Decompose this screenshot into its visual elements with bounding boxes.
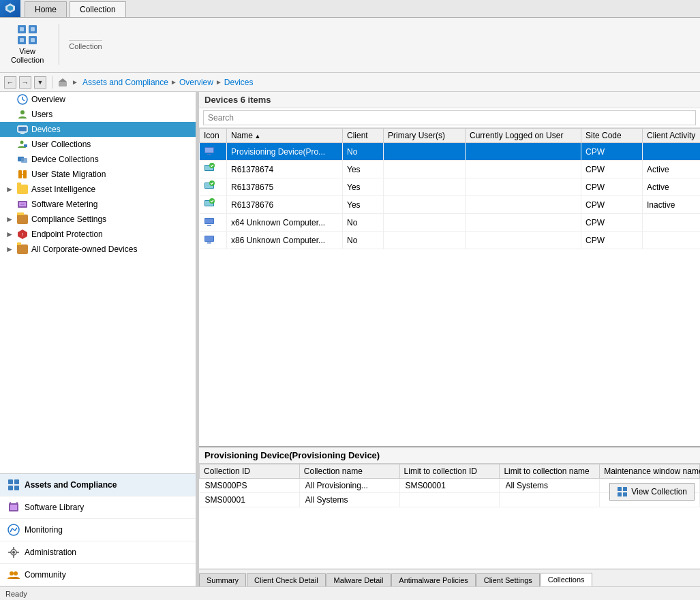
bottom-tab-client-settings[interactable]: Client Settings: [476, 573, 540, 586]
nav-dropdown-button[interactable]: ▼: [34, 76, 46, 89]
view-collection-button[interactable]: View Collection: [609, 483, 695, 501]
cell-client: Yes: [343, 178, 384, 196]
endpoint-expand-btn[interactable]: ►: [5, 230, 14, 238]
sidebar-item-device-collections[interactable]: Device Collections: [0, 152, 196, 167]
detail-col-limit-id[interactable]: Limit to collection ID: [399, 464, 500, 479]
sidebar-item-users[interactable]: Users: [0, 107, 196, 122]
cell-primary-user: [384, 178, 466, 196]
sidebar-label-user-state: User State Migration: [31, 170, 106, 179]
svg-text:!: !: [22, 232, 23, 238]
bottom-nav-administration[interactable]: Administration: [0, 541, 196, 564]
col-logged-header[interactable]: Currently Logged on User: [466, 129, 581, 143]
status-text: Ready: [5, 590, 27, 598]
search-bar: [199, 108, 700, 128]
bottom-tab-summary[interactable]: Summary: [199, 573, 246, 586]
sidebar-item-user-collections[interactable]: User Collections: [0, 137, 196, 152]
table-row[interactable]: x64 Unknown Computer... No CPW: [200, 214, 701, 232]
table-row[interactable]: R61378675 Yes CPW Active: [200, 178, 701, 196]
bottom-nav-software-library[interactable]: Software Library: [0, 496, 196, 519]
content-header: Devices 6 items: [199, 92, 700, 108]
cell-primary-user: [384, 196, 466, 214]
forward-button[interactable]: →: [19, 76, 31, 89]
compliance-expand-btn[interactable]: ►: [5, 215, 14, 223]
breadcrumb-sep1: ►: [170, 78, 177, 86]
svg-rect-9: [31, 38, 35, 42]
sidebar-label-compliance-settings: Compliance Settings: [31, 215, 106, 224]
tab-home[interactable]: Home: [25, 1, 67, 17]
cell-client-activity: [643, 214, 701, 232]
sidebar-item-user-state[interactable]: User State Migration: [0, 167, 196, 182]
bottom-nav-community[interactable]: Community: [0, 564, 196, 586]
users-icon: [17, 109, 28, 120]
breadcrumb-overview[interactable]: Overview: [179, 78, 213, 87]
software-lib-nav-icon: [7, 501, 20, 514]
devices-table: Icon Name Client Primary User(s) Current…: [199, 128, 700, 249]
col-primary-header[interactable]: Primary User(s): [384, 129, 466, 143]
svg-rect-62: [205, 219, 213, 223]
detail-col-limit-name[interactable]: Limit to collection name: [500, 464, 600, 479]
sidebar-item-all-corporate[interactable]: ► All Corporate-owned Devices: [0, 242, 196, 257]
app-icon[interactable]: [0, 0, 20, 17]
svg-rect-6: [20, 27, 24, 31]
cell-site-code: CPW: [581, 232, 643, 249]
bottom-tab-client-check-detail[interactable]: Client Check Detail: [247, 573, 326, 586]
cell-site-code: CPW: [581, 143, 643, 161]
svg-rect-37: [10, 505, 17, 510]
detail-col-id[interactable]: Collection ID: [200, 464, 300, 479]
svg-rect-66: [207, 242, 211, 244]
search-input[interactable]: [203, 110, 696, 125]
svg-rect-25: [23, 170, 27, 178]
detail-cell-limit-id: SMS00001: [399, 479, 500, 493]
sidebar-item-devices[interactable]: Devices: [0, 122, 196, 137]
administration-nav-label: Administration: [25, 548, 76, 557]
tab-collection[interactable]: Collection: [70, 1, 126, 17]
table-row[interactable]: x86 Unknown Computer... No CPW: [200, 232, 701, 249]
software-metering-icon: [17, 199, 28, 210]
sidebar-item-overview[interactable]: Overview: [0, 92, 196, 107]
detail-panel: Provisioning Device(Provisioning Device)…: [199, 446, 700, 569]
col-name-header[interactable]: Name: [227, 129, 343, 143]
cell-site-code: CPW: [581, 196, 643, 214]
col-site-header[interactable]: Site Code: [581, 129, 643, 143]
breadcrumb-devices[interactable]: Devices: [224, 78, 254, 87]
administration-nav-icon: [7, 546, 20, 559]
detail-cell-name: All Provisioning...: [299, 479, 399, 493]
col-activity-header[interactable]: Client Activity: [643, 129, 701, 143]
table-row[interactable]: Provisioning Device(Pro... No CPW: [200, 143, 701, 161]
detail-cell-name: All Systems: [299, 493, 399, 507]
endpoint-protection-icon: !: [17, 229, 28, 240]
cell-client: Yes: [343, 196, 384, 214]
detail-cell-limit-name: All Systems: [500, 479, 600, 493]
cell-primary-user: [384, 161, 466, 178]
bottom-nav-monitoring[interactable]: Monitoring: [0, 519, 196, 541]
bottom-tab-antimalware-policies[interactable]: Antimalware Policies: [391, 573, 475, 586]
corporate-expand-btn[interactable]: ►: [5, 245, 14, 253]
bottom-tab-collections[interactable]: Collections: [541, 573, 592, 586]
sidebar-item-software-metering[interactable]: Software Metering: [0, 197, 196, 212]
detail-cell-id: SMS000PS: [200, 479, 300, 493]
breadcrumb-assets[interactable]: Assets and Compliance: [82, 78, 168, 87]
bottom-tab-malware-detail[interactable]: Malware Detail: [326, 573, 391, 586]
overview-icon: [17, 94, 28, 105]
bottom-nav-assets[interactable]: Assets and Compliance: [0, 474, 196, 496]
asset-expand-btn[interactable]: ►: [5, 185, 14, 193]
sidebar-item-compliance-settings[interactable]: ► Compliance Settings: [0, 212, 196, 227]
cell-name: R61378676: [227, 196, 343, 214]
table-row[interactable]: R61378676 Yes CPW Inactive: [200, 196, 701, 214]
col-icon-header[interactable]: Icon: [200, 129, 227, 143]
back-button[interactable]: ←: [4, 76, 16, 89]
sidebar-item-endpoint-protection[interactable]: ► ! Endpoint Protection: [0, 227, 196, 242]
cell-icon: [200, 232, 227, 249]
col-client-header[interactable]: Client: [343, 129, 384, 143]
sidebar-label-all-corporate: All Corporate-owned Devices: [31, 244, 137, 254]
view-collection-ribbon-btn[interactable]: View Collection: [5, 21, 49, 67]
detail-col-name[interactable]: Collection name: [299, 464, 399, 479]
detail-col-maintenance[interactable]: Maintenance window name: [600, 464, 700, 479]
svg-point-20: [20, 141, 24, 144]
table-row[interactable]: R61378674 Yes CPW Active: [200, 161, 701, 178]
main-area: Overview Users Devices: [0, 92, 700, 586]
svg-rect-50: [205, 148, 213, 153]
cell-name: x86 Unknown Computer...: [227, 232, 343, 249]
ribbon-separator: [59, 24, 59, 65]
sidebar-item-asset-intelligence[interactable]: ► Asset Intelligence: [0, 182, 196, 197]
